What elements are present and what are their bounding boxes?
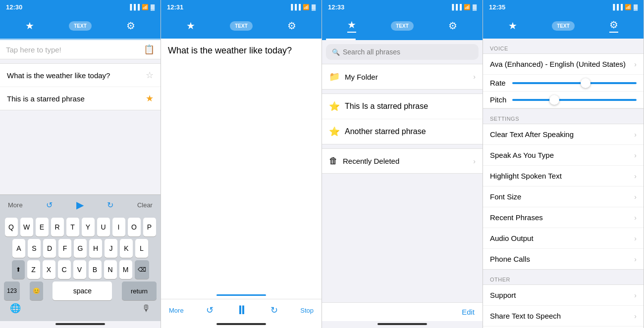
nav-star-3[interactable]: ★ [347, 19, 356, 33]
globe-icon[interactable]: 🌐 [10, 303, 21, 314]
refresh-icon-2[interactable]: ↻ [107, 200, 113, 210]
starred-item-2[interactable]: ⭐ Another starred phrase [322, 119, 483, 144]
star-icon-1[interactable]: ☆ [146, 70, 154, 81]
settings-item-audio[interactable]: Audio Output › [483, 228, 644, 249]
star-icon-2[interactable]: ★ [146, 93, 154, 104]
mic-icon[interactable]: 🎙 [142, 303, 151, 314]
settings-item-highlight[interactable]: Highlight Spoken Text › [483, 166, 644, 187]
signal-icon-1: ▐▐▐ [128, 4, 140, 10]
nav-star-2[interactable]: ★ [186, 20, 195, 32]
key-w[interactable]: W [20, 218, 33, 236]
search-input[interactable] [343, 48, 473, 56]
key-delete[interactable]: ⌫ [135, 260, 149, 279]
key-o[interactable]: O [128, 218, 141, 236]
rate-slider-track[interactable] [512, 82, 637, 84]
settings-item-support[interactable]: Support › [483, 285, 644, 306]
forward-icon-2[interactable]: ↻ [270, 305, 278, 316]
key-y[interactable]: Y [82, 218, 95, 236]
input-placeholder[interactable]: Tap here to type! [6, 46, 144, 54]
key-c[interactable]: C [58, 260, 71, 279]
text-input-area[interactable]: Tap here to type! 📋 [0, 40, 161, 59]
key-emoji[interactable]: 😊 [30, 281, 43, 300]
key-b[interactable]: B [89, 260, 102, 279]
settings-item-phone[interactable]: Phone Calls › [483, 249, 644, 269]
nav-filter-1[interactable]: ⚙ [126, 20, 135, 32]
more-btn-2[interactable]: More [169, 307, 184, 314]
rewind-icon-2[interactable]: ↺ [206, 305, 214, 316]
nav-speech-3[interactable]: TEXT [391, 21, 414, 31]
pause-icon-2[interactable]: ⏸ [236, 303, 248, 317]
key-space[interactable]: space [53, 281, 112, 300]
other-section-label: OTHER [483, 270, 644, 284]
key-p[interactable]: P [143, 218, 156, 236]
status-time-2: 12:31 [167, 3, 183, 11]
refresh-icon-1[interactable]: ↺ [46, 200, 53, 210]
pitch-slider-track[interactable] [512, 99, 637, 101]
pitch-slider-thumb[interactable] [549, 95, 559, 105]
signal-icon-4: ▐▐▐ [611, 4, 623, 10]
key-d[interactable]: D [43, 239, 56, 258]
key-t[interactable]: T [66, 218, 79, 236]
key-j[interactable]: J [105, 239, 117, 258]
nav-star-1[interactable]: ★ [25, 20, 34, 32]
copy-icon[interactable]: 📋 [144, 44, 155, 55]
play-icon-1[interactable]: ▶ [76, 199, 84, 211]
audio-output-label: Audio Output [490, 234, 534, 242]
clear-text-chevron: › [634, 131, 637, 139]
nav-bar-3: ★ TEXT ⚙ [322, 14, 483, 39]
battery-icon-2: ▓ [312, 4, 316, 10]
key-k[interactable]: K [120, 239, 133, 258]
key-a[interactable]: A [12, 239, 25, 258]
status-bar-2: 12:31 ▐▐▐ 📶 ▓ [161, 0, 322, 14]
folder-item-1[interactable]: 📁 My Folder › [322, 64, 483, 89]
key-x[interactable]: X [43, 260, 55, 279]
more-btn-1[interactable]: More [8, 201, 23, 209]
starred-item-1[interactable]: ⭐ This Is a starred phrase [322, 94, 483, 119]
settings-item-font[interactable]: Font Size › [483, 187, 644, 207]
key-s[interactable]: S [28, 239, 41, 258]
key-i[interactable]: I [112, 218, 125, 236]
nav-filter-4[interactable]: ⚙ [609, 19, 618, 33]
key-f[interactable]: F [58, 239, 71, 258]
nav-filter-2[interactable]: ⚙ [287, 20, 296, 32]
key-h[interactable]: H [89, 239, 102, 258]
key-n[interactable]: N [104, 260, 117, 279]
status-time-1: 12:30 [6, 3, 22, 11]
pitch-row[interactable]: Pitch [483, 92, 644, 108]
key-return[interactable]: return [122, 281, 157, 300]
key-q[interactable]: Q [5, 218, 18, 236]
chevron-icon-2: › [473, 157, 476, 165]
key-v[interactable]: V [73, 260, 86, 279]
rate-row[interactable]: Rate [483, 75, 644, 92]
nav-speech-4[interactable]: TEXT [552, 21, 575, 31]
phone-3: 12:33 ▐▐▐ 📶 ▓ ★ TEXT ⚙ 🔍 📁 My Folder [322, 0, 483, 328]
phrase-item-2[interactable]: This is a starred phrase ★ [0, 87, 161, 110]
nav-speech-2[interactable]: TEXT [230, 21, 253, 31]
key-u[interactable]: U [97, 218, 110, 236]
key-m[interactable]: M [119, 260, 132, 279]
nav-speech-1[interactable]: TEXT [69, 21, 92, 31]
nav-filter-3[interactable]: ⚙ [448, 20, 457, 32]
settings-item-clear[interactable]: Clear Text After Speaking › [483, 124, 644, 145]
clear-btn-1[interactable]: Clear [137, 201, 153, 209]
key-g[interactable]: G [74, 239, 87, 258]
settings-item-recent[interactable]: Recent Phrases › [483, 207, 644, 228]
key-z[interactable]: Z [27, 260, 40, 279]
key-123[interactable]: 123 [4, 281, 20, 300]
settings-item-speak[interactable]: Speak As You Type › [483, 145, 644, 166]
home-bar-1 [55, 323, 105, 325]
edit-btn[interactable]: Edit [462, 308, 475, 316]
voice-item[interactable]: Ava (Enhanced) - English (United States)… [483, 54, 644, 75]
phrase-item-1[interactable]: What is the weather like today? ☆ [0, 64, 161, 87]
nav-star-4[interactable]: ★ [508, 20, 517, 32]
settings-item-share[interactable]: Share Text to Speech › [483, 306, 644, 327]
rate-slider-thumb[interactable] [581, 78, 590, 88]
key-e[interactable]: E [36, 218, 49, 236]
key-l[interactable]: L [135, 239, 148, 258]
recently-deleted-item[interactable]: 🗑 Recently Deleted › [322, 149, 483, 173]
progress-area [161, 291, 322, 299]
nav-bar-2: ★ TEXT ⚙ [161, 14, 322, 39]
key-r[interactable]: R [51, 218, 64, 236]
key-shift[interactable]: ⬆ [12, 260, 25, 279]
stop-btn-2[interactable]: Stop [300, 307, 314, 314]
